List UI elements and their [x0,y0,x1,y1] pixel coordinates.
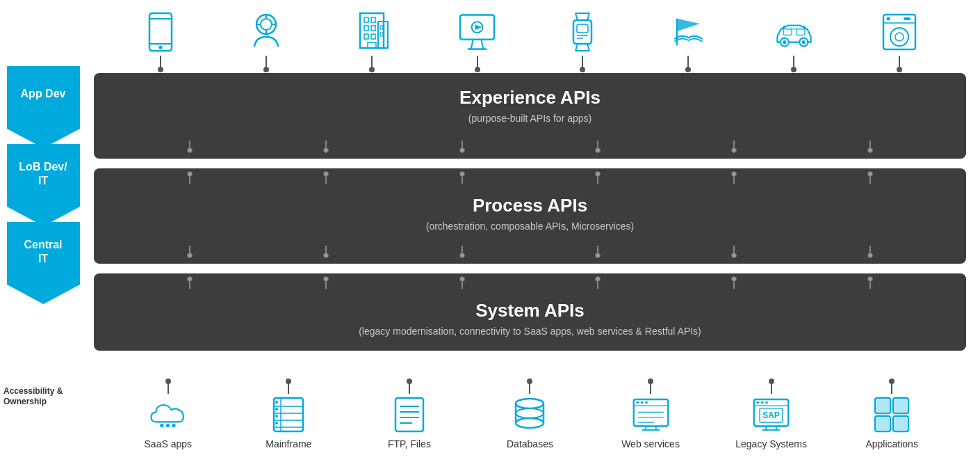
chevrons-container: App Dev LoB Dev/ IT Central IT [7,66,80,300]
db-label: Databases [507,438,553,449]
conn-pb2 [323,246,329,258]
experience-api-title: Experience APIs [108,87,952,109]
bottom-icon-saas: SaaS apps [123,381,213,449]
conn-s2 [323,276,329,290]
svg-point-62 [172,424,176,427]
bottom-icon-webservices: Web services [605,381,696,449]
left-panel: App Dev LoB Dev/ IT Central IT [0,0,90,462]
svg-text:IT: IT [38,175,48,186]
legacy-icon: SAP [752,397,790,433]
conn-p5 [731,171,737,185]
conn-s5 [731,276,737,290]
svg-rect-28 [380,33,383,36]
svg-rect-59 [904,17,910,20]
top-icon-monitor [458,11,496,70]
conn-p3 [459,171,465,185]
svg-text:LoB Dev/: LoB Dev/ [19,161,67,173]
svg-line-40 [587,44,589,51]
svg-point-96 [757,401,760,404]
conn-s3 [459,276,465,290]
svg-line-30 [471,40,473,49]
svg-rect-42 [577,24,588,33]
applications-icon [873,397,911,433]
system-api-title: System APIs [108,300,952,321]
mainframe-label: Mainframe [266,438,311,449]
svg-text:App Dev: App Dev [21,88,66,99]
svg-text:Central: Central [24,239,62,250]
svg-rect-35 [573,20,591,44]
mainframe-icon [270,397,308,433]
handshake-icon [669,11,708,53]
cloud-icon [149,397,187,433]
top-icon-washer [881,11,919,70]
conn-3 [459,141,465,153]
svg-point-72 [275,422,278,424]
svg-rect-20 [371,17,375,22]
svg-line-37 [587,13,589,20]
svg-rect-110 [876,417,889,430]
connector-washer [899,56,900,70]
svg-line-31 [481,40,483,49]
conn-5 [731,141,737,153]
svg-point-85 [636,401,639,404]
svg-rect-49 [797,29,805,35]
ws-connector [650,381,651,394]
legacy-label: Legacy Systems [735,438,807,449]
svg-point-60 [161,424,164,427]
conn-6 [867,141,873,153]
process-band-content: Process APIs (orchestration, composable … [94,185,966,246]
svg-point-97 [761,401,764,404]
connector-watch [582,56,583,70]
database-icon [511,397,549,433]
conn-pb3 [459,246,465,258]
chevron-app-dev: App Dev [7,66,80,151]
watch-icon [564,11,602,53]
svg-point-61 [166,424,170,427]
apps-label: Applications [865,438,918,449]
svg-marker-34 [475,24,482,30]
legacy-connector [771,381,772,394]
svg-rect-111 [895,417,907,430]
webservices-icon [632,397,670,433]
system-band-content: System APIs (legacy modernisation, conne… [94,290,966,351]
svg-text:IT: IT [38,253,48,264]
svg-rect-63 [274,398,303,431]
conn-2 [323,141,329,153]
svg-point-69 [275,401,278,404]
conn-pb1 [187,246,193,258]
svg-rect-109 [895,399,907,412]
svg-rect-19 [364,17,368,22]
conn-s4 [595,276,601,290]
process-api-subtitle: (orchestration, composable APIs, Microse… [108,221,952,232]
process-bottom-connectors [94,246,966,264]
process-api-band: Process APIs (orchestration, composable … [94,168,966,264]
svg-rect-22 [371,26,375,31]
system-top-connectors [94,276,966,290]
system-api-band: System APIs (legacy modernisation, conne… [94,273,966,351]
bottom-icon-applications: Applications [847,381,937,449]
svg-point-51 [783,40,786,44]
system-api-subtitle: (legacy modernisation, connectivity to S… [108,326,952,337]
chevron-lob-dev: LoB Dev/ IT [7,144,80,229]
svg-rect-21 [364,26,368,31]
bottom-icon-ftp: FTP, Files [364,381,455,449]
connector-handshake [687,56,689,70]
experience-api-subtitle: (purpose-built APIs for apps) [108,113,952,124]
top-icon-handshake [669,11,708,70]
svg-point-78 [516,399,544,408]
svg-point-86 [640,401,643,404]
top-icons-row [94,0,966,73]
car-icon [775,11,813,53]
conn-pb4 [595,246,601,258]
connector-monitor [477,56,478,70]
svg-line-39 [575,44,578,51]
top-icon-mobile [141,11,179,70]
conn-s1 [187,276,193,290]
conn-p4 [595,171,601,185]
bottom-icons-row: SaaS apps [94,380,966,462]
top-icon-user [247,11,285,70]
top-icon-watch [564,11,602,70]
svg-point-56 [890,28,908,46]
svg-point-13 [261,19,272,30]
svg-rect-23 [364,34,368,39]
